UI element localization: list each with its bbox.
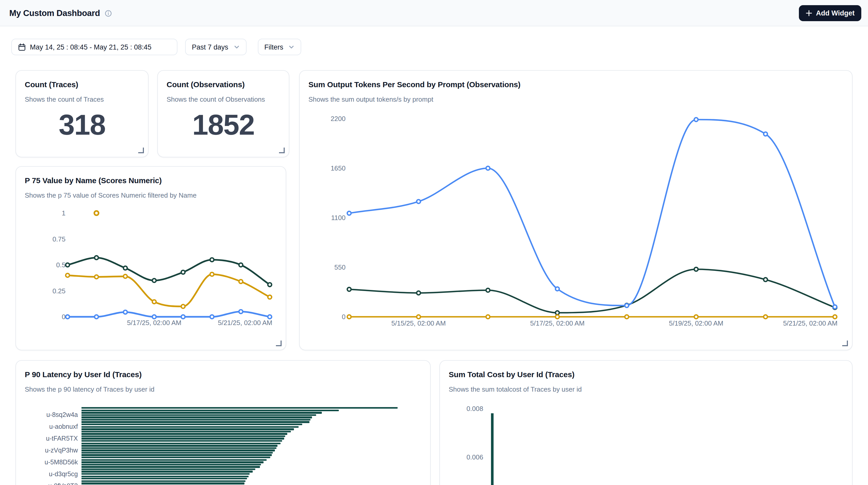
svg-text:5/15/25, 02:00 AM: 5/15/25, 02:00 AM [392, 320, 446, 327]
metric-value: 318 [16, 108, 148, 141]
bar [82, 435, 285, 437]
chevron-down-icon [234, 44, 240, 50]
y-axis-label: u-zVqP3hw [16, 447, 78, 454]
bar [82, 461, 264, 463]
svg-text:1100: 1100 [331, 214, 346, 222]
bar [82, 407, 398, 409]
resize-handle[interactable] [276, 340, 282, 346]
svg-text:2200: 2200 [331, 115, 346, 123]
date-range-button[interactable]: May 14, 25 : 08:45 - May 21, 25 : 08:45 [11, 39, 178, 55]
widget-subtitle: Shows the count of Observations [166, 95, 265, 103]
bar [82, 463, 261, 465]
toolbar: May 14, 25 : 08:45 - May 21, 25 : 08:45 … [11, 39, 302, 55]
bar [82, 412, 322, 414]
bar [82, 414, 316, 416]
svg-text:5/21/25, 02:00 AM: 5/21/25, 02:00 AM [218, 319, 272, 327]
svg-text:5/17/25, 02:00 AM: 5/17/25, 02:00 AM [530, 320, 585, 327]
bar [82, 454, 272, 456]
bar [82, 445, 277, 447]
resize-handle[interactable] [279, 148, 285, 153]
svg-text:5/19/25, 02:00 AM: 5/19/25, 02:00 AM [669, 320, 723, 327]
add-widget-button[interactable]: Add Widget [799, 5, 861, 21]
calendar-icon [18, 43, 26, 51]
bar [82, 428, 294, 430]
dashboard-page: My Custom Dashboard Add Widget May 14, 2… [0, 0, 868, 485]
filters-button[interactable]: Filters [258, 39, 302, 55]
bar [82, 421, 309, 423]
bar [82, 482, 244, 484]
metric-value: 1852 [158, 108, 289, 141]
chevron-down-icon [288, 44, 295, 50]
bar [82, 452, 273, 454]
bar [82, 450, 275, 451]
svg-text:5/17/25, 02:00 AM: 5/17/25, 02:00 AM [127, 319, 181, 327]
y-axis-label: u-tFAR5TX [16, 435, 78, 442]
y-axis-label: u-d3qr5cg [16, 470, 78, 478]
widget-title: Count (Traces) [25, 80, 78, 89]
resize-handle[interactable] [842, 340, 848, 346]
resize-handle[interactable] [138, 148, 144, 153]
y-axis-label: u-5M8D56k [16, 459, 78, 466]
bar [82, 410, 339, 411]
widget-tokens-chart: Sum Output Tokens Per Second by Prompt (… [299, 70, 852, 350]
info-icon[interactable] [105, 9, 112, 17]
svg-text:0: 0 [62, 313, 65, 321]
bar [82, 440, 282, 442]
svg-text:0: 0 [342, 313, 346, 321]
svg-text:550: 550 [335, 263, 346, 271]
page-title: My Custom Dashboard [9, 8, 100, 18]
y-axis-label: 0.006 [442, 453, 483, 461]
y-axis-label: u-8sq2w4a [16, 412, 78, 419]
widget-p75-chart: P 75 Value by Name (Scores Numeric) Show… [16, 166, 286, 350]
bar [82, 480, 245, 482]
widget-count-traces: Count (Traces) Shows the count of Traces… [16, 70, 149, 157]
widget-cost-chart: Sum Total Cost by User Id (Traces) Shows… [439, 360, 852, 485]
svg-text:0.25: 0.25 [52, 287, 65, 295]
plus-icon [806, 9, 812, 16]
bar [82, 459, 267, 461]
svg-text:1: 1 [62, 209, 65, 217]
y-axis-label: u-aobnuxf [16, 423, 78, 430]
y-axis-label: 0.008 [442, 405, 483, 413]
cost-bar-chart: 0.0080.006 [440, 361, 852, 485]
bar [82, 419, 311, 421]
date-range-value: May 14, 25 : 08:45 - May 21, 25 : 08:45 [30, 43, 151, 51]
bar [82, 447, 276, 449]
widget-title: Count (Observations) [166, 80, 245, 89]
bar [82, 433, 287, 435]
p75-line-chart: 00.250.50.7515/17/25, 02:00 AM5/21/25, 0… [16, 166, 287, 351]
y-axis-label: u-8fVa9T3 [16, 482, 78, 485]
bar [82, 457, 270, 458]
bar [491, 414, 493, 485]
svg-text:0.75: 0.75 [52, 235, 65, 243]
bar [82, 443, 280, 444]
bar [82, 478, 247, 480]
p90-bar-chart: u-8sq2w4au-aobnuxfu-tFAR5TXu-zVqP3hwu-5M… [16, 361, 430, 485]
page-header: My Custom Dashboard Add Widget [0, 0, 868, 26]
bar [82, 471, 252, 473]
widget-p90-chart: P 90 Latency by User Id (Traces) Shows t… [16, 360, 431, 485]
add-widget-label: Add Widget [816, 9, 855, 17]
bar [82, 476, 249, 477]
time-preset-value: Past 7 days [192, 43, 228, 51]
svg-text:0.5: 0.5 [56, 261, 65, 269]
widget-subtitle: Shows the count of Traces [25, 95, 104, 103]
bar [82, 424, 303, 425]
bar [82, 430, 291, 432]
bar [82, 473, 250, 475]
svg-text:5/21/25, 02:00 AM: 5/21/25, 02:00 AM [783, 320, 838, 327]
bar [82, 466, 260, 468]
widget-count-observations: Count (Observations) Shows the count of … [157, 70, 289, 157]
time-preset-button[interactable]: Past 7 days [185, 39, 246, 55]
bar [82, 468, 255, 470]
filters-label: Filters [264, 43, 283, 51]
tokens-line-chart: 05501100165022005/15/25, 02:00 AM5/17/25… [300, 71, 853, 351]
svg-text:1650: 1650 [331, 164, 346, 172]
bar [82, 438, 284, 439]
bar [82, 426, 298, 428]
bar [82, 417, 312, 419]
